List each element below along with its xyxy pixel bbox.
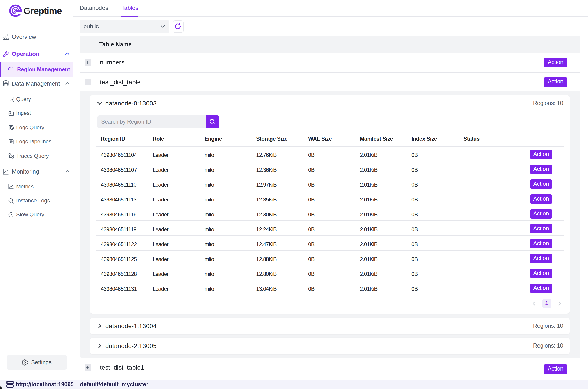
svg-text:Greptime: Greptime	[24, 6, 62, 16]
